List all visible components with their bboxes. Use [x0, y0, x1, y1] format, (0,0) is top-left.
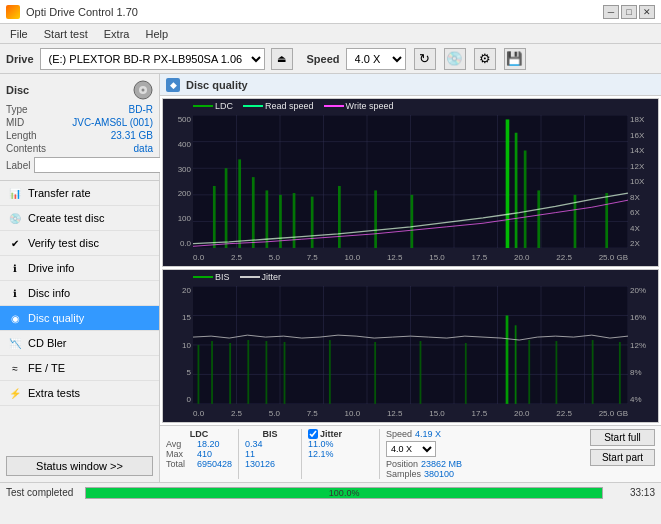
chart1-y-100: 100: [178, 214, 191, 223]
nav-extra-tests[interactable]: ⚡ Extra tests: [0, 381, 159, 406]
disc-mid-row: MID JVC-AMS6L (001): [6, 117, 153, 128]
disc-contents: data: [134, 143, 153, 154]
close-button[interactable]: ✕: [639, 5, 655, 19]
menu-start-test[interactable]: Start test: [40, 27, 92, 41]
nav-create-test-disc[interactable]: 💿 Create test disc: [0, 206, 159, 231]
refresh-icon-button[interactable]: ↻: [414, 48, 436, 70]
disc-icon: [133, 80, 153, 100]
legend-jitter: Jitter: [240, 272, 282, 282]
minimize-button[interactable]: ─: [603, 5, 619, 19]
disc-icon-button[interactable]: 💿: [444, 48, 466, 70]
disc-label-input[interactable]: [34, 157, 167, 173]
chart1-y-200: 200: [178, 189, 191, 198]
bis-avg: 0.34: [245, 439, 263, 449]
legend-bis: BIS: [193, 272, 230, 282]
jitter-checkbox[interactable]: [308, 429, 318, 439]
title-bar: Opti Drive Control 1.70 ─ □ ✕: [0, 0, 661, 24]
progress-bar: 100.0%: [85, 487, 603, 499]
svg-rect-31: [506, 119, 510, 248]
svg-rect-58: [284, 342, 286, 404]
disc-type-row: Type BD-R: [6, 104, 153, 115]
svg-rect-67: [592, 340, 594, 404]
svg-rect-62: [465, 343, 467, 404]
chart1: LDC Read speed Write speed: [162, 98, 659, 267]
nav-cd-bler[interactable]: 📉 CD Bler: [0, 331, 159, 356]
svg-rect-36: [605, 193, 608, 248]
nav-disc-info[interactable]: ℹ Disc info: [0, 281, 159, 306]
eject-button[interactable]: ⏏: [271, 48, 293, 70]
settings-icon-button[interactable]: ⚙: [474, 48, 496, 70]
svg-rect-21: [225, 168, 228, 248]
disc-info-icon: ℹ: [8, 286, 22, 300]
nav-disc-quality[interactable]: ◉ Disc quality: [0, 306, 159, 331]
speed-dropdown[interactable]: 4.0 X: [386, 441, 436, 457]
bis-total: 130126: [245, 459, 275, 469]
divider3: [379, 429, 380, 479]
ldc-max: 410: [197, 449, 212, 459]
legend-ldc: LDC: [193, 101, 233, 111]
svg-rect-64: [515, 325, 517, 404]
content-area: ◆ Disc quality LDC Read speed: [160, 74, 661, 482]
drive-bar: Drive (E:) PLEXTOR BD-R PX-LB950SA 1.06 …: [0, 44, 661, 74]
drive-select[interactable]: (E:) PLEXTOR BD-R PX-LB950SA 1.06: [40, 48, 265, 70]
stats-area: LDC Avg 18.20 Max 410 Total 6950428: [160, 425, 661, 482]
speed-label: Speed: [307, 53, 340, 65]
sidebar: Disc Type BD-R MID JVC-AMS6L (001) Lengt…: [0, 74, 160, 482]
chart1-svg: [193, 115, 628, 248]
progress-text: 100.0%: [86, 488, 602, 498]
bis-max: 11: [245, 449, 255, 459]
nav-fe-te[interactable]: ≈ FE / TE: [0, 356, 159, 381]
menu-file[interactable]: File: [6, 27, 32, 41]
nav-transfer-rate[interactable]: 📊 Transfer rate: [0, 181, 159, 206]
save-icon-button[interactable]: 💾: [504, 48, 526, 70]
chart2-legend: BIS Jitter: [193, 272, 281, 282]
menu-bar: File Start test Extra Help: [0, 24, 661, 44]
jitter-column: Jitter 11.0% 12.1%: [308, 429, 373, 459]
chart1-y-400: 400: [178, 140, 191, 149]
chart2: BIS Jitter: [162, 269, 659, 423]
svg-rect-68: [619, 342, 621, 404]
nav-drive-info[interactable]: ℹ Drive info: [0, 256, 159, 281]
create-disc-icon: 💿: [8, 211, 22, 225]
svg-rect-54: [211, 341, 213, 404]
speed-select[interactable]: 4.0 X: [346, 48, 406, 70]
legend-read-speed: Read speed: [243, 101, 314, 111]
app-icon: [6, 5, 20, 19]
svg-rect-53: [198, 345, 200, 404]
status-text: Test completed: [6, 487, 73, 498]
status-window-button[interactable]: Status window >>: [6, 456, 153, 476]
ldc-total: 6950428: [197, 459, 232, 469]
ldc-column: LDC Avg 18.20 Max 410 Total 6950428: [166, 429, 232, 469]
ldc-avg: 18.20: [197, 439, 220, 449]
svg-rect-57: [266, 341, 268, 404]
svg-rect-55: [229, 343, 231, 404]
charts-area: LDC Read speed Write speed: [160, 96, 661, 425]
maximize-button[interactable]: □: [621, 5, 637, 19]
svg-rect-65: [528, 340, 530, 404]
content-header-icon: ◆: [166, 78, 180, 92]
disc-section-title: Disc: [6, 84, 29, 96]
cd-bler-icon: 📉: [8, 336, 22, 350]
action-buttons: Start full Start part: [590, 429, 655, 466]
start-part-button[interactable]: Start part: [590, 449, 655, 466]
speed-value: 4.19 X: [415, 429, 441, 439]
menu-help[interactable]: Help: [141, 27, 172, 41]
disc-length: 23.31 GB: [111, 130, 153, 141]
content-title: Disc quality: [186, 79, 248, 91]
svg-rect-23: [252, 177, 255, 248]
chart1-y-300: 300: [178, 165, 191, 174]
disc-contents-row: Contents data: [6, 143, 153, 154]
nav-verify-test-disc[interactable]: ✔ Verify test disc: [0, 231, 159, 256]
svg-rect-25: [279, 195, 282, 248]
svg-rect-32: [515, 133, 518, 248]
samples-value: 380100: [424, 469, 454, 479]
chart1-y-500: 500: [178, 115, 191, 124]
disc-type: BD-R: [129, 104, 153, 115]
svg-rect-27: [311, 197, 314, 248]
disc-quality-icon: ◉: [8, 311, 22, 325]
legend-write-speed: Write speed: [324, 101, 394, 111]
start-full-button[interactable]: Start full: [590, 429, 655, 446]
menu-extra[interactable]: Extra: [100, 27, 134, 41]
divider2: [301, 429, 302, 479]
fe-te-icon: ≈: [8, 361, 22, 375]
